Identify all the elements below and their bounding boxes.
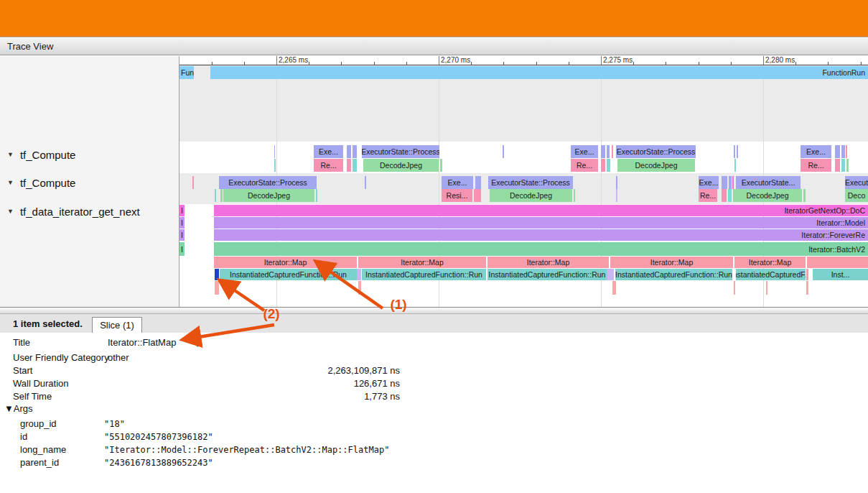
trace-slice[interactable] (365, 176, 366, 189)
tab-slice[interactable]: Slice (1) (92, 317, 142, 333)
trace-slice[interactable]: Inst... (813, 269, 868, 280)
magnifier-icon[interactable] (189, 337, 200, 348)
trace-slice[interactable]: Re... (801, 159, 831, 172)
trace-slice[interactable] (353, 159, 357, 172)
trace-slice[interactable]: Exe... (314, 145, 343, 158)
trace-slice[interactable]: Iterator::Map (358, 257, 486, 268)
trace-slice[interactable] (835, 145, 840, 158)
trace-slice[interactable] (358, 281, 361, 295)
trace-slice[interactable]: InstantiatedCapturedF... (736, 269, 806, 280)
sidebar-track-2[interactable]: ▼tf_data_iterator_get_next (7, 205, 140, 218)
trace-slice[interactable] (616, 189, 617, 202)
trace-slice[interactable]: DecodeJpeg (223, 189, 314, 202)
trace-slice[interactable] (607, 269, 614, 280)
trace-slice[interactable] (192, 176, 194, 189)
trace-slice[interactable]: Execut (845, 176, 868, 189)
panel-splitter[interactable] (0, 307, 868, 314)
trace-slice[interactable] (766, 281, 767, 295)
trace-slice[interactable]: InstantiatedCapturedFunction::Run (362, 269, 486, 280)
trace-slice[interactable]: Exe... (571, 145, 598, 158)
trace-slice[interactable] (846, 159, 849, 172)
trace-slice[interactable]: Fun (179, 66, 194, 79)
trace-slice[interactable] (220, 189, 223, 202)
trace-slice[interactable] (841, 145, 845, 158)
trace-slice[interactable] (503, 145, 504, 158)
trace-slice[interactable]: Iterator::BatchV2 (214, 242, 868, 256)
trace-slice[interactable]: Re... (571, 159, 598, 172)
trace-slice[interactable] (574, 189, 575, 202)
trace-slice[interactable] (316, 189, 317, 202)
trace-slice[interactable]: DecodeJpeg (490, 189, 572, 202)
trace-slice[interactable] (607, 145, 610, 158)
trace-slice[interactable]: Exe... (801, 145, 831, 158)
trace-slice[interactable] (846, 145, 847, 158)
trace-slice[interactable] (806, 269, 808, 280)
trace-slice[interactable]: Re... (314, 159, 343, 172)
trace-slice[interactable] (607, 159, 610, 172)
trace-slice[interactable]: Iterator::ForeverRe (214, 229, 868, 241)
trace-slice[interactable] (357, 269, 361, 280)
trace-slice[interactable] (806, 281, 808, 295)
trace-slice[interactable]: InstantiatedCapturedFunction::Run (487, 269, 607, 280)
sidebar-track-1[interactable]: ▼tf_Compute (7, 176, 75, 189)
trace-slice[interactable] (475, 176, 481, 189)
trace-slice[interactable]: ExecutorState::Process (219, 176, 317, 189)
trace-slice[interactable] (274, 159, 276, 172)
trace-slice[interactable]: FunctionRun (210, 66, 868, 79)
trace-slice[interactable] (734, 159, 736, 172)
trace-slice[interactable]: Re... (699, 189, 717, 202)
trace-slice[interactable] (215, 281, 219, 295)
trace-slice[interactable] (347, 159, 351, 172)
trace-slice[interactable]: I (179, 217, 185, 229)
trace-slice[interactable]: InstantiatedCapturedFunction::Run (615, 269, 732, 280)
trace-slice[interactable] (474, 189, 481, 202)
trace-slice[interactable] (835, 159, 840, 172)
trace-view-title: Trace View (7, 41, 53, 52)
trace-slice[interactable]: ExecutorState::Process (488, 176, 573, 189)
trace-slice[interactable]: Iterator::Map (487, 257, 609, 268)
trace-slice[interactable] (353, 145, 357, 158)
trace-slice[interactable]: I (179, 242, 185, 256)
sidebar-track-0[interactable]: ▼tf_Compute (7, 148, 75, 161)
trace-slice[interactable] (215, 189, 216, 202)
trace-slice[interactable]: Exe... (699, 176, 719, 189)
trace-slice[interactable]: DecodeJpeg (733, 189, 802, 202)
trace-slice[interactable] (728, 189, 732, 202)
trace-slice[interactable] (274, 145, 275, 158)
trace-slice[interactable] (440, 159, 442, 172)
trace-slice[interactable]: Iterator::Model (214, 217, 868, 229)
trace-slice[interactable] (803, 189, 806, 202)
trace-slice[interactable] (722, 176, 727, 189)
trace-slice[interactable] (729, 176, 732, 189)
trace-slice[interactable] (841, 159, 845, 172)
trace-slice[interactable] (601, 145, 605, 158)
trace-slice[interactable]: Iterator::Map (214, 257, 357, 268)
trace-slice[interactable] (734, 281, 735, 295)
trace-slice[interactable] (807, 257, 868, 268)
trace-slice[interactable]: ExecutorState::Process (362, 145, 439, 158)
trace-slice[interactable]: InstantiatedCapturedFunction::Run (220, 269, 357, 280)
trace-slice[interactable]: Resi... (442, 189, 472, 202)
trace-slice[interactable]: IteratorGetNextOp::DoC (214, 205, 868, 216)
selected-slice[interactable] (215, 269, 219, 280)
trace-slice[interactable]: DecodeJpeg (363, 159, 439, 172)
trace-slice[interactable]: Iterator::Map (734, 257, 806, 268)
trace-slice[interactable]: Iterator::Map (610, 257, 733, 268)
trace-slice[interactable]: I (179, 229, 185, 241)
trace-slice[interactable]: Exe... (442, 176, 473, 189)
trace-slice[interactable] (612, 145, 613, 158)
trace-slice[interactable] (601, 159, 605, 172)
trace-slice[interactable] (347, 145, 351, 158)
trace-slice[interactable]: I (179, 205, 185, 216)
trace-slice[interactable] (616, 176, 617, 189)
args-section-toggle[interactable]: ▼Args (4, 403, 33, 414)
trace-slice[interactable] (737, 145, 738, 158)
trace-slice[interactable] (732, 176, 734, 189)
trace-slice[interactable] (722, 189, 727, 202)
trace-slice[interactable] (734, 145, 735, 158)
trace-slice[interactable]: DecodeJpeg (617, 159, 695, 172)
trace-slice[interactable] (612, 281, 616, 295)
trace-slice[interactable]: ExecutorState... (736, 176, 801, 189)
trace-slice[interactable]: Deco (845, 189, 868, 202)
trace-slice[interactable]: ExecutorState::Process (616, 145, 696, 158)
